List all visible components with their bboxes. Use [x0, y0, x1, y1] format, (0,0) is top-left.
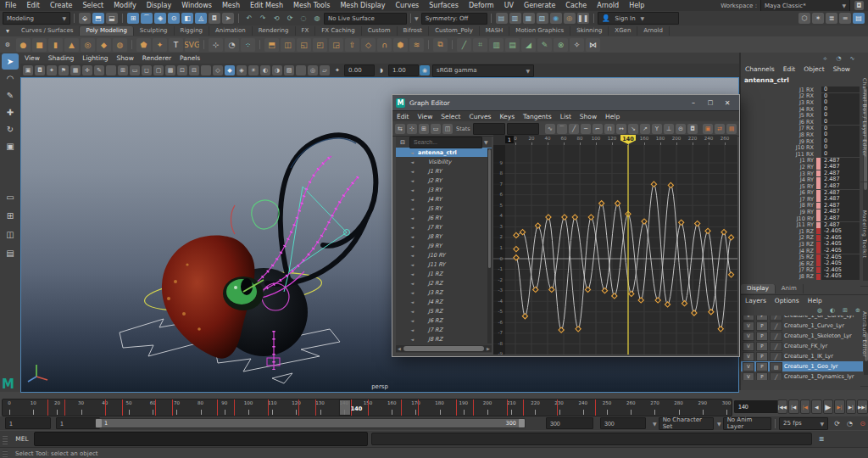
graph-channel-row[interactable]: ◄ J7 RY	[396, 222, 492, 232]
buffer-curve-snapshot-icon[interactable]: ▣	[703, 124, 713, 134]
curve-mute-icon[interactable]: ◄	[408, 225, 416, 230]
minimize-button[interactable]: –	[686, 98, 701, 109]
layer-type-chip[interactable]: ╱	[770, 321, 782, 331]
menu-set-selector[interactable]: Modeling▼	[3, 12, 70, 25]
channel-row[interactable]: J8 RZ -2.405	[741, 273, 860, 280]
anti-alias-icon[interactable]: ▨	[284, 65, 294, 75]
pause-viewport-icon[interactable]: ❚❚	[577, 13, 589, 24]
select-camera-icon[interactable]: ▣	[23, 65, 33, 75]
panel-menu-item[interactable]: View	[20, 54, 44, 62]
menu-item[interactable]: Generate	[519, 2, 560, 9]
menu-item[interactable]: Display	[142, 2, 177, 9]
playback-end-field[interactable]	[546, 417, 593, 429]
snap-projected-center-icon[interactable]: ⊙	[168, 13, 180, 24]
layer-row[interactable]: V P ╱ Creature_FK_lyr	[741, 341, 863, 351]
select-component-icon[interactable]: ⬓	[106, 13, 118, 24]
poly-plane-icon[interactable]: ◆	[97, 38, 111, 52]
layer-menu-item[interactable]: Layers	[741, 297, 771, 304]
film-gate-icon[interactable]: ▭	[130, 65, 140, 75]
poly-sphere-icon[interactable]: ●	[16, 38, 31, 52]
curve-mute-icon[interactable]: ◄	[408, 281, 416, 286]
camera-attributes-icon[interactable]: ✦	[47, 65, 57, 75]
step-forward-key-button[interactable]: ▶|	[834, 399, 845, 414]
shelf-tab[interactable]: Curves / Surfaces	[15, 26, 80, 36]
current-frame-field[interactable]	[734, 400, 782, 413]
select-tool-icon[interactable]: ➤	[2, 53, 19, 70]
channel-box-menu-item[interactable]: Show	[829, 65, 854, 73]
menu-item[interactable]: Cache	[560, 2, 592, 9]
platonic-solid-icon[interactable]: ⬟	[136, 38, 151, 52]
current-time-marker[interactable]: 140	[620, 135, 636, 144]
exposure-icon[interactable]: ✦	[331, 65, 343, 76]
target-weld-icon[interactable]: ⊗	[554, 38, 568, 52]
curve-mute-icon[interactable]: ◄	[408, 327, 416, 332]
move-tool-icon[interactable]: ✚	[2, 104, 19, 120]
pan-zoom-icon[interactable]: ✛	[82, 65, 92, 75]
grid-icon[interactable]: ⊞	[118, 65, 128, 75]
view-transform-selector[interactable]: sRGB gamma▼	[432, 64, 534, 77]
curve-mute-icon[interactable]: ◄	[408, 234, 416, 239]
layer-playback-toggle[interactable]: P	[756, 342, 768, 351]
menu-item[interactable]: Modify	[108, 2, 142, 9]
graph-editor-menu-item[interactable]: Curves	[465, 113, 495, 120]
toggle-playback-all-icon[interactable]: ◐	[828, 306, 837, 315]
snap-point-icon[interactable]: ◈	[154, 13, 166, 24]
highlight-selection-icon[interactable]: ➤	[222, 13, 234, 24]
tool-settings-icon[interactable]: ≡	[839, 13, 851, 24]
icon[interactable]	[131, 40, 132, 49]
shelf-tab[interactable]: MASH	[480, 26, 510, 36]
range-start-handle[interactable]	[96, 419, 102, 427]
shelf-tab[interactable]: XGen	[609, 26, 637, 36]
command-input[interactable]	[34, 432, 368, 446]
curve-mute-icon[interactable]: ◄	[408, 206, 416, 211]
fill-hole-icon[interactable]: ⬢	[393, 38, 408, 52]
xray-icon[interactable]: ▱	[320, 65, 330, 75]
curve-mute-icon[interactable]: ◄	[408, 150, 416, 155]
layer-type-chip[interactable]: ▨	[770, 362, 782, 371]
lattice-deform-keys-icon[interactable]: ⊞	[419, 124, 429, 134]
output-connections-icon[interactable]: ↷	[257, 13, 269, 24]
snap-grid-icon[interactable]: ⊞	[127, 13, 139, 24]
layer-menu-item[interactable]: Help	[804, 297, 826, 304]
graph-channel-row[interactable]: ◄ J11 RY	[396, 260, 492, 269]
crease-icon[interactable]: ◢	[521, 38, 536, 52]
play-backwards-button[interactable]: ◀	[811, 399, 822, 414]
graph-channel-row[interactable]: ◄ J5 RY	[396, 204, 492, 213]
svg-tool-icon[interactable]: SVG	[185, 38, 199, 52]
icon[interactable]	[201, 65, 211, 75]
menu-item[interactable]: Edit	[21, 2, 45, 9]
shelf-tab[interactable]: Custom_Poly	[429, 26, 480, 36]
render-settings-icon[interactable]: ▧	[537, 13, 548, 24]
graph-channel-row[interactable]: ◄ J8 RY	[396, 232, 492, 241]
exposure-field[interactable]: 0.00	[344, 64, 375, 76]
out-tangent-icon[interactable]: ↗	[640, 124, 650, 134]
sculpt-mesh-icon[interactable]: ✧	[570, 38, 584, 52]
scale-tool-icon[interactable]: ▣	[2, 138, 19, 154]
channel-graph-icon[interactable]: ∿	[848, 53, 857, 63]
poly-cube-icon[interactable]: ■	[32, 38, 47, 52]
no-construction-history-icon[interactable]: ⟳	[284, 13, 296, 24]
curve-mute-icon[interactable]: ◄	[408, 197, 416, 202]
boolean-difference-icon[interactable]: ◰	[313, 38, 327, 52]
layer-type-chip[interactable]: ╱	[770, 342, 782, 351]
paint-select-tool-icon[interactable]: ✎	[2, 87, 19, 103]
layer-type-chip[interactable]: ╱	[770, 332, 782, 341]
channel-value[interactable]: -2.405	[821, 273, 860, 279]
bevel-icon[interactable]: ◇	[361, 38, 376, 52]
poly-count-icon[interactable]: ◍	[311, 13, 323, 24]
select-hierarchy-icon[interactable]: ⬙	[79, 13, 91, 24]
separate-icon[interactable]: ◫	[281, 38, 295, 52]
panel-menu-item[interactable]: Show	[113, 54, 138, 62]
chevron-down-icon[interactable]: ▼	[484, 139, 488, 145]
curve-mute-icon[interactable]: ◄	[408, 309, 416, 314]
graph-editor-menu-item[interactable]: Select	[437, 113, 465, 120]
shelf-tab[interactable]: FX Caching	[315, 26, 361, 36]
rotate-tool-icon[interactable]: ↻	[2, 121, 19, 137]
panel-menu-item[interactable]: Panels	[175, 54, 204, 62]
delete-history-icon[interactable]: ◔	[225, 38, 239, 52]
boolean-union-icon[interactable]: ◱	[297, 38, 311, 52]
menu-item[interactable]: Help	[624, 2, 649, 9]
connect-icon[interactable]: ⌗	[473, 38, 487, 52]
graph-editor-menu-item[interactable]: View	[414, 113, 437, 120]
graph-channel-row[interactable]: ◄ antenna_ctrl	[396, 148, 492, 157]
